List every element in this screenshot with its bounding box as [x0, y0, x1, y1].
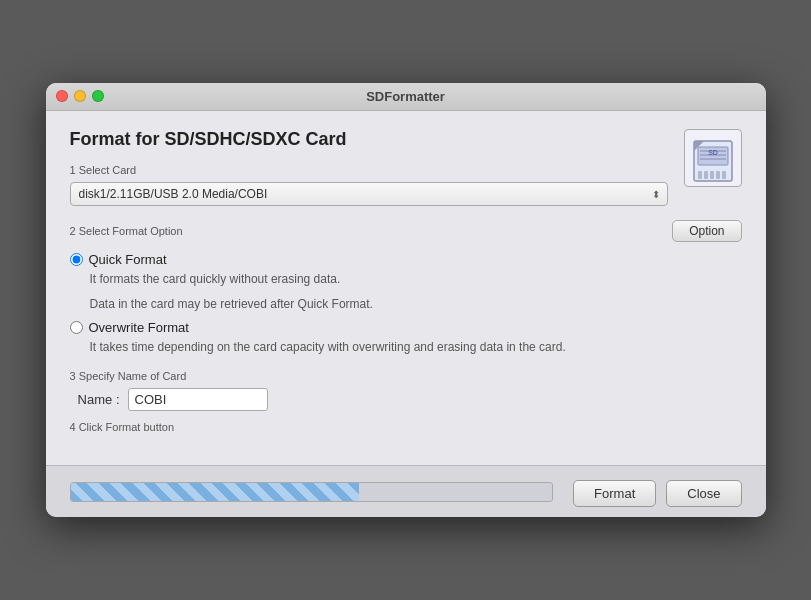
minimize-window-button[interactable]: [74, 90, 86, 102]
progress-bar-container: [70, 482, 554, 502]
title-bar: SDFormatter: [46, 83, 766, 111]
overwrite-format-radio[interactable]: [70, 321, 83, 334]
card-select[interactable]: disk1/2.11GB/USB 2.0 Media/COBI: [70, 182, 668, 206]
sd-card-icon: SD: [684, 129, 742, 187]
overwrite-format-label: Overwrite Format: [89, 320, 189, 335]
section3-label: 3 Specify Name of Card: [70, 370, 742, 382]
format-button[interactable]: Format: [573, 480, 656, 507]
main-content: Format for SD/SDHC/SDXC Card 1 Select Ca…: [46, 111, 766, 465]
section1-label: 1 Select Card: [70, 164, 668, 176]
close-window-button[interactable]: [56, 90, 68, 102]
svg-rect-11: [722, 171, 726, 179]
card-select-wrapper: disk1/2.11GB/USB 2.0 Media/COBI ⬍: [70, 182, 668, 206]
format-options-group: Quick Format It formats the card quickly…: [70, 252, 742, 356]
maximize-window-button[interactable]: [92, 90, 104, 102]
overwrite-format-desc: It takes time depending on the card capa…: [90, 339, 742, 356]
name-field-label: Name :: [70, 392, 120, 407]
section4-label: 4 Click Format button: [70, 421, 742, 433]
svg-text:SD: SD: [708, 149, 718, 156]
svg-rect-9: [710, 171, 714, 179]
bottom-bar: Format Close: [46, 465, 766, 517]
traffic-lights: [56, 90, 104, 102]
quick-format-label: Quick Format: [89, 252, 167, 267]
quick-format-option: Quick Format: [70, 252, 742, 267]
close-button[interactable]: Close: [666, 480, 741, 507]
sd-card-svg: SD: [692, 133, 734, 183]
svg-rect-7: [698, 171, 702, 179]
card-name-input[interactable]: [128, 388, 268, 411]
section3: 3 Specify Name of Card Name :: [70, 370, 742, 411]
page-title: Format for SD/SDHC/SDXC Card: [70, 129, 668, 150]
quick-format-desc2: Data in the card may be retrieved after …: [90, 296, 742, 313]
section4: 4 Click Format button: [70, 421, 742, 433]
quick-format-radio[interactable]: [70, 253, 83, 266]
overwrite-format-option: Overwrite Format: [70, 320, 742, 335]
bottom-buttons: Format Close: [573, 480, 741, 507]
section2-row: 2 Select Format Option Option: [70, 220, 742, 242]
svg-rect-8: [704, 171, 708, 179]
left-content: Format for SD/SDHC/SDXC Card 1 Select Ca…: [70, 129, 668, 220]
top-row: Format for SD/SDHC/SDXC Card 1 Select Ca…: [70, 129, 742, 220]
option-button[interactable]: Option: [672, 220, 741, 242]
window-title: SDFormatter: [366, 89, 445, 104]
main-window: SDFormatter Format for SD/SDHC/SDXC Card…: [46, 83, 766, 517]
progress-section: [70, 482, 554, 502]
name-row: Name :: [70, 388, 742, 411]
progress-bar: [71, 483, 360, 501]
svg-rect-10: [716, 171, 720, 179]
quick-format-desc1: It formats the card quickly without eras…: [90, 271, 742, 288]
section2-label: 2 Select Format Option: [70, 225, 183, 237]
